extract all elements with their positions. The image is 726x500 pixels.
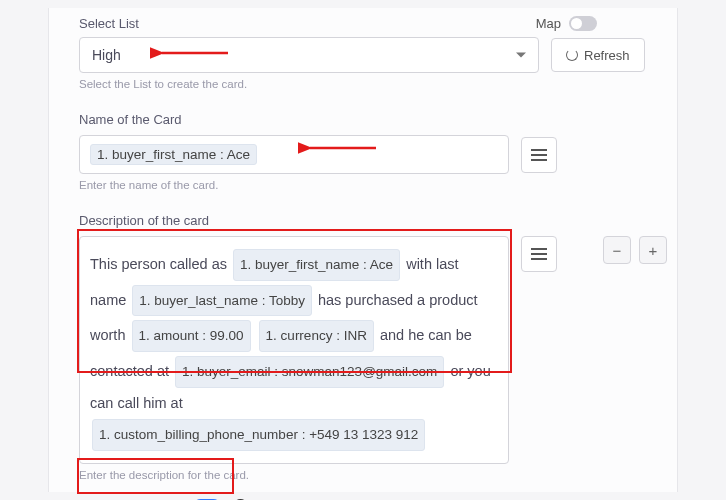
add-remove-controls: − +: [603, 236, 667, 264]
add-button[interactable]: +: [639, 236, 667, 264]
refresh-button[interactable]: Refresh: [551, 38, 645, 72]
chevron-down-icon: [516, 53, 526, 58]
description-input[interactable]: This person called as 1. buyer_first_nam…: [79, 236, 509, 464]
card-name-input[interactable]: 1. buyer_first_name : Ace: [79, 135, 509, 174]
map-toggle-area: Map: [536, 16, 597, 31]
form-card: Select List Map High Refresh Select the …: [48, 8, 678, 492]
desc-token-3[interactable]: 1. amount : 99.00: [132, 320, 251, 352]
select-list-helper: Select the List to create the card.: [79, 78, 647, 90]
map-toggle[interactable]: [569, 16, 597, 31]
refresh-label: Refresh: [584, 48, 630, 63]
card-name-token[interactable]: 1. buyer_first_name : Ace: [90, 144, 257, 165]
card-name-label: Name of the Card: [79, 112, 647, 127]
map-label: Map: [536, 16, 561, 31]
select-list-header: Select List Map: [79, 16, 647, 31]
desc-text-1: This person called as: [90, 256, 227, 272]
desc-token-1[interactable]: 1. buyer_first_name : Ace: [233, 249, 400, 281]
description-label: Description of the card: [79, 213, 647, 228]
card-name-helper: Enter the name of the card.: [79, 179, 647, 191]
remove-button[interactable]: −: [603, 236, 631, 264]
refresh-icon: [566, 49, 578, 61]
select-list-label: Select List: [79, 16, 139, 31]
desc-token-6[interactable]: 1. custom_billing_phone_number : +549 13…: [92, 419, 425, 451]
card-name-section: Name of the Card 1. buyer_first_name : A…: [79, 112, 647, 191]
select-list-row: High Refresh: [79, 37, 647, 73]
desc-token-4[interactable]: 1. currency : INR: [259, 320, 374, 352]
select-list-value: High: [92, 47, 121, 63]
select-list-dropdown[interactable]: High: [79, 37, 539, 73]
description-section: Description of the card This person call…: [79, 213, 647, 481]
desc-token-2[interactable]: 1. buyer_last_name : Tobby: [132, 285, 312, 317]
desc-token-5[interactable]: 1. buyer_email : snowman123@gmail.com: [175, 356, 444, 388]
description-mapper-button[interactable]: [521, 236, 557, 272]
card-name-mapper-button[interactable]: [521, 137, 557, 173]
description-helper: Enter the description for the card.: [79, 469, 647, 481]
